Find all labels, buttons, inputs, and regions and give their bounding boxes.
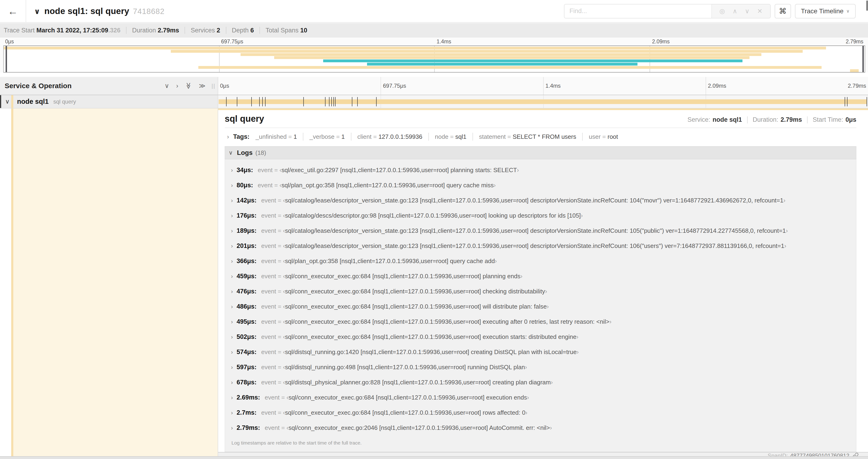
chevron-right-icon: ›	[231, 379, 233, 386]
log-entry[interactable]: ›495μs:event = ‹sql/conn_executor_exec.g…	[231, 314, 851, 329]
log-marker-tick	[352, 97, 352, 106]
log-entry[interactable]: ›476μs:event = ‹sql/conn_executor_exec.g…	[231, 284, 851, 299]
log-entry[interactable]: ›201μs:event = ‹sql/catalog/lease/descri…	[231, 238, 851, 254]
ruler-tick-label: 697.75μs	[383, 83, 406, 89]
expand-all-icon[interactable]: ≫	[185, 83, 192, 89]
equals-sign: =	[278, 318, 283, 325]
log-entry[interactable]: ›459μs:event = ‹sql/conn_executor_exec.g…	[231, 269, 851, 284]
log-entry[interactable]: ›2.79ms:event = ‹sql/conn_executor_exec.…	[231, 420, 851, 435]
log-entry[interactable]: ›678μs:event = ‹sql/distsql_physical_pla…	[231, 375, 851, 390]
expand-collapse-controls: ∨ › ≫ ≫	[164, 82, 205, 90]
log-entry[interactable]: ›34μs:event = ‹sql/exec_util.go:2297 [ns…	[231, 163, 851, 178]
log-entry[interactable]: ›142μs:event = ‹sql/catalog/lease/descri…	[231, 193, 851, 208]
log-timestamp: 80μs:	[237, 182, 253, 189]
equals-sign: =	[278, 409, 283, 416]
angle-bracket-open: ‹	[286, 394, 289, 401]
minimap-scrubber-handle[interactable]	[6, 46, 7, 72]
log-entry[interactable]: ›502μs:event = ‹sql/conn_executor_exec.g…	[231, 329, 851, 345]
span-detail-title: sql query	[225, 114, 264, 124]
ruler-tick-label: 2.79ms	[846, 38, 863, 45]
trace-title-group: ∨ node sql1: sql query 7418682	[34, 6, 164, 16]
span-name-cell[interactable]: ∨ node sql1 sql query	[0, 95, 218, 108]
back-button[interactable]: ←	[0, 0, 26, 22]
tag-item[interactable]: _verbose = 1	[309, 133, 345, 140]
page-title: node sql1: sql query	[44, 6, 129, 16]
log-timestamp: 201μs:	[237, 242, 257, 250]
tag-item[interactable]: user = root	[589, 133, 618, 140]
span-color-bar	[11, 95, 13, 108]
log-entry[interactable]: ›574μs:event = ‹sql/distsql_running.go:1…	[231, 345, 851, 360]
log-field-key: event	[261, 364, 278, 371]
log-field-value: sql/distsql_running.go:498 [nsql1,client…	[285, 364, 525, 371]
minimap-scrubber-handle[interactable]	[862, 46, 864, 72]
chevron-right-icon: ›	[231, 364, 233, 371]
trace-view-dropdown[interactable]: Trace Timeline ∨	[795, 4, 856, 19]
collapse-all-icon[interactable]: ≫	[199, 82, 205, 90]
equals-sign: =	[278, 288, 283, 295]
log-timestamp: 34μs:	[237, 167, 253, 174]
tag-item[interactable]: client = 127.0.0.1:59936	[358, 133, 422, 140]
meta-label: Start Time:	[813, 116, 843, 123]
detail-meta-item: Start Time:0μs	[813, 116, 856, 123]
trace-collapse-chevron-icon[interactable]: ∨	[34, 7, 40, 16]
span-row[interactable]: ∨ node sql1 sql query	[0, 95, 868, 108]
log-field-key: event	[261, 197, 278, 204]
focus-match-icon[interactable]: ◎	[719, 7, 725, 15]
next-result-icon[interactable]: ∨	[745, 7, 749, 15]
bottom-scrollbar-track[interactable]	[0, 456, 868, 459]
tag-item[interactable]: statement = SELECT * FROM users	[479, 133, 576, 140]
summary-item: Total Spans 10	[266, 27, 307, 34]
trace-view-label: Trace Timeline	[801, 7, 844, 15]
log-field-key: event	[261, 333, 278, 340]
log-entry[interactable]: ›176μs:event = ‹sql/catalog/descs/descri…	[231, 208, 851, 223]
collapse-one-level-icon[interactable]: ›	[176, 82, 178, 90]
vertical-scrollbar-thumb[interactable]	[866, 0, 868, 11]
angle-bracket-close: ›	[520, 273, 522, 280]
chevron-right-icon: ›	[231, 182, 233, 189]
angle-bracket-close: ›	[551, 379, 553, 386]
ruler-tick-label: 697.75μs	[221, 38, 243, 45]
log-field-key: event	[261, 303, 278, 310]
span-bar-cell[interactable]	[218, 95, 868, 108]
separator	[807, 117, 808, 123]
trace-timeline-page: ← ∨ node sql1: sql query 7418682 ◎ ∧ ∨ ✕…	[0, 0, 868, 459]
expand-one-level-icon[interactable]: ∨	[164, 82, 169, 90]
log-entry[interactable]: ›366μs:event = ‹sql/plan_opt.go:358 [nsq…	[231, 254, 851, 269]
equals-sign: =	[281, 394, 286, 401]
log-entry[interactable]: ›80μs:event = ‹sql/plan_opt.go:358 [nsql…	[231, 178, 851, 193]
log-entry[interactable]: ›2.69ms:event = ‹sql/conn_executor_exec.…	[231, 390, 851, 405]
tag-key: client	[358, 133, 373, 140]
logs-label: Logs	[237, 149, 253, 157]
chevron-down-icon[interactable]: ∨	[5, 98, 9, 105]
log-entry[interactable]: ›597μs:event = ‹sql/distsql_running.go:4…	[231, 360, 851, 375]
column-resize-handle[interactable]: ||	[212, 83, 215, 89]
log-field-value: sql/catalog/lease/descriptor_version_sta…	[285, 227, 786, 234]
minimap-canvas[interactable]	[3, 45, 865, 72]
log-message: event = ‹sql/exec_util.go:2297 [nsql1,cl…	[258, 167, 519, 174]
log-timestamp: 574μs:	[237, 349, 257, 356]
chevron-right-icon: ›	[231, 258, 233, 264]
trace-summary-bar: Trace Start March 31 2022, 17:25:09.326D…	[0, 23, 868, 38]
timeline-minimap[interactable]: 0μs697.75μs1.4ms2.09ms2.79ms	[0, 38, 868, 72]
log-entry[interactable]: ›2.7ms:event = ‹sql/conn_executor_exec.g…	[231, 405, 851, 420]
log-marker-tick	[251, 97, 252, 106]
find-input[interactable]	[564, 4, 711, 18]
tags-row[interactable]: › Tags: _unfinished = 1_verbose = 1clien…	[225, 130, 856, 143]
keyboard-shortcuts-button[interactable]: ⌘	[775, 4, 791, 19]
log-entry[interactable]: ›189μs:event = ‹sql/catalog/lease/descri…	[231, 223, 851, 238]
log-entry[interactable]: ›486μs:event = ‹sql/conn_executor_exec.g…	[231, 299, 851, 314]
tag-item[interactable]: node = sql1	[435, 133, 466, 140]
scroll-indicator	[0, 95, 1, 108]
angle-bracket-open: ‹	[283, 227, 285, 234]
equals-sign: =	[278, 273, 283, 280]
logs-header[interactable]: ∨ Logs (18)	[225, 146, 856, 159]
gridline	[380, 77, 381, 95]
tag-item[interactable]: _unfinished = 1	[255, 133, 297, 140]
equals-sign: =	[281, 424, 286, 431]
equals-sign: =	[507, 133, 513, 140]
clear-search-icon[interactable]: ✕	[757, 7, 763, 15]
log-marker-tick	[237, 97, 237, 106]
angle-bracket-open: ‹	[286, 424, 289, 431]
prev-result-icon[interactable]: ∧	[733, 7, 737, 15]
span-tree-gutter	[0, 108, 218, 459]
